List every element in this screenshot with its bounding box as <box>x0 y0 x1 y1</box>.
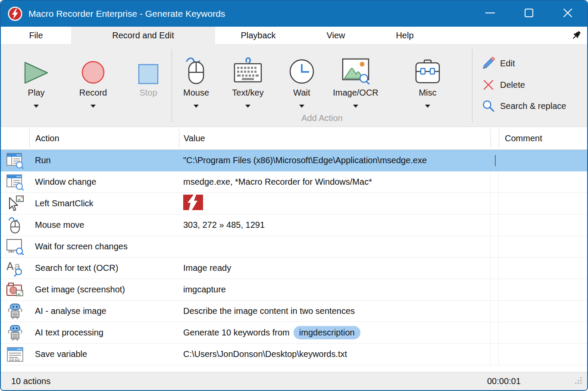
action-cell: Get image (screenshot) <box>29 279 179 300</box>
mouse-small-icon <box>1 214 29 236</box>
mouse-icon <box>183 56 209 84</box>
dropdown-arrow-icon[interactable] <box>194 105 199 108</box>
play-button[interactable]: Play <box>11 44 61 127</box>
macro-recorder-logo-icon <box>8 6 22 21</box>
gap-cell <box>491 214 499 236</box>
table-row-ai-analyse-image[interactable]: AI - analyse image Describe the image co… <box>1 301 587 322</box>
search-replace-label: Search & replace <box>500 101 566 111</box>
clock-icon <box>289 56 315 84</box>
tab-file[interactable]: File <box>1 27 71 44</box>
wait-label: Wait <box>293 88 310 99</box>
document-icon <box>1 344 29 365</box>
play-label: Play <box>28 88 45 99</box>
value-cell: Generate 10 keywords fromimgdescription <box>179 322 491 343</box>
dropdown-arrow-icon[interactable] <box>299 105 304 108</box>
tab-playback[interactable]: Playback <box>215 27 301 44</box>
statusbar: 10 actions 00:00:01 <box>1 372 587 390</box>
dropdown-arrow-icon[interactable] <box>245 105 250 108</box>
action-cell: Window change <box>29 171 179 192</box>
value-cell: "C:\Program Files (x86)\Microsoft\Edge\A… <box>179 150 491 171</box>
table-row-mouse-move[interactable]: Mouse move 303, 272 » 485, 1291 <box>1 214 587 236</box>
action-list: Run "C:\Program Files (x86)\Microsoft\Ed… <box>1 150 587 365</box>
table-row-save-variable[interactable]: Save variable C:\Users\JonDonson\Desktop… <box>1 344 587 365</box>
value-cell: C:\Users\JonDonson\Desktop\keywords.txt <box>179 344 491 365</box>
record-button[interactable]: Record <box>61 44 125 127</box>
value-cell: imgcapture <box>179 279 491 300</box>
action-column-header[interactable]: Action <box>29 129 179 148</box>
icon-column-header <box>1 131 29 146</box>
close-icon <box>562 7 573 20</box>
table-row-run[interactable]: Run "C:\Program Files (x86)\Microsoft\Ed… <box>1 150 587 171</box>
resize-grip-icon[interactable] <box>574 376 583 387</box>
table-row-search-for-text-ocr[interactable]: Aa Search for text (OCR) Image ready <box>1 258 587 279</box>
macro-duration: 00:00:01 <box>487 376 521 386</box>
window-title: Macro Recorder Enterprise - Generate Key… <box>28 9 471 19</box>
ribbon: Play Record Stop Mouse Text/key Wait Ima… <box>1 44 587 127</box>
table-row-left-smartclick[interactable]: Left SmartClick <box>1 193 587 214</box>
titlebar: Macro Recorder Enterprise - Generate Key… <box>1 1 587 27</box>
pin-icon[interactable] <box>571 30 582 43</box>
comment-cell <box>499 322 587 343</box>
briefcase-icon <box>414 56 441 84</box>
action-cell: Wait for screen changes <box>29 236 179 257</box>
comment-column-header[interactable]: Comment <box>499 129 587 148</box>
dropdown-arrow-icon[interactable] <box>91 105 96 108</box>
actions-count: 10 actions <box>11 376 50 386</box>
stop-button[interactable]: Stop <box>125 44 172 127</box>
tab-record-and-edit[interactable]: Record and Edit <box>71 27 215 44</box>
dropdown-arrow-icon[interactable] <box>425 105 430 108</box>
cursor-image-icon <box>1 193 29 214</box>
value-cell <box>179 193 491 214</box>
transport-group: Play Record Stop <box>11 44 172 127</box>
comment-cell <box>499 279 587 300</box>
delete-button[interactable]: Delete <box>482 79 566 90</box>
comment-cell <box>499 236 587 257</box>
tab-help[interactable]: Help <box>370 27 439 44</box>
minimize-button[interactable] <box>471 1 510 27</box>
action-cell: Search for text (OCR) <box>29 258 179 279</box>
comment-cell <box>499 193 587 214</box>
action-cell: AI - analyse image <box>29 301 179 322</box>
table-row-wait-for-screen-changes[interactable]: Wait for screen changes <box>1 236 587 258</box>
table-row-window-change[interactable]: Window change msedge.exe, *Macro Recorde… <box>1 171 587 193</box>
edit-group: Edit Delete Search & replace <box>482 44 566 127</box>
add-action-group: Mouse Text/key Wait Image/OCR Misc Add A… <box>172 44 472 127</box>
stop-label: Stop <box>139 88 157 99</box>
add-action-group-label: Add Action <box>172 113 472 123</box>
text-cursor <box>495 155 496 166</box>
close-button[interactable] <box>548 1 587 27</box>
delete-label: Delete <box>500 80 525 90</box>
comment-cell <box>499 150 587 171</box>
window-search-icon <box>1 171 29 192</box>
image-ocr-icon <box>341 56 370 84</box>
table-row-get-image-screenshot[interactable]: Get image (screenshot) imgcapture <box>1 279 587 301</box>
action-cell: AI text processing <box>29 322 179 343</box>
gap-cell <box>491 344 499 365</box>
search-replace-button[interactable]: Search & replace <box>482 100 566 112</box>
gap-cell <box>491 193 499 214</box>
app-window: Macro Recorder Enterprise - Generate Key… <box>0 0 588 391</box>
comment-cell <box>499 344 587 365</box>
comment-cell <box>499 171 587 192</box>
value-column-header[interactable]: Value <box>179 129 491 148</box>
tab-view[interactable]: View <box>301 27 370 44</box>
screen-search-icon <box>1 236 29 257</box>
edit-label: Edit <box>500 59 515 68</box>
dropdown-arrow-icon[interactable] <box>34 105 39 108</box>
edit-button[interactable]: Edit <box>482 57 566 70</box>
svg-text:A: A <box>6 260 14 272</box>
table-row-ai-text-processing[interactable]: AI text processing Generate 10 keywords … <box>1 322 587 344</box>
gap-cell <box>491 150 499 171</box>
dropdown-arrow-icon[interactable] <box>353 105 358 108</box>
gap-cell <box>491 171 499 192</box>
variable-chip[interactable]: imgdescription <box>294 326 360 339</box>
robot-icon <box>1 301 29 322</box>
keyboard-icon <box>234 56 262 84</box>
gap-column-header <box>491 129 499 148</box>
value-cell: Describe the image content in two senten… <box>179 301 491 322</box>
pencil-icon <box>482 57 495 70</box>
maximize-button[interactable] <box>510 1 548 27</box>
camera-icon <box>1 279 29 300</box>
comment-cell <box>499 214 587 236</box>
action-cell: Run <box>29 150 179 171</box>
